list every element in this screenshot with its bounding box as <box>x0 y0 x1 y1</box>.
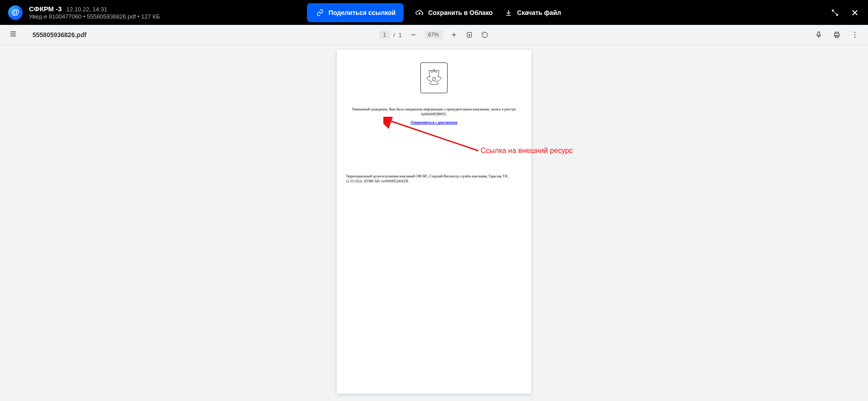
header-right <box>830 8 860 18</box>
svg-point-7 <box>431 71 433 72</box>
mail-logo-icon: @ <box>8 5 23 20</box>
close-icon[interactable] <box>850 8 860 18</box>
logo-glyph: @ <box>11 8 19 17</box>
svg-point-8 <box>435 71 437 72</box>
sender-and-date: СФКРМ -3 12.10.22, 14:31 <box>29 5 160 13</box>
document-external-link[interactable]: Ознакомиться с документом <box>346 120 522 124</box>
more-menu-icon[interactable] <box>851 31 859 39</box>
download-label: Скачать файл <box>517 9 561 16</box>
pdf-toolbar: 555805936826.pdf 1 / 1 67% <box>0 25 868 45</box>
document-canvas[interactable]: Уважаемый гражданин, Вам было направлена… <box>0 45 868 401</box>
page-current-input[interactable]: 1 <box>379 30 390 39</box>
print-icon[interactable] <box>833 31 841 39</box>
file-meta: Увед-е 8100477060 • 555805936826.pdf • 1… <box>29 13 160 20</box>
sent-datetime: 12.10.22, 14:31 <box>66 6 107 13</box>
sidebar-toggle-icon[interactable] <box>9 30 17 40</box>
share-link-button[interactable]: Поделиться ссылкой <box>307 3 404 22</box>
document-footer: Территориальный орган исполнения взыскан… <box>346 174 522 184</box>
zoom-in-button[interactable] <box>450 31 458 39</box>
zoom-out-button[interactable] <box>409 31 417 39</box>
toolbar-right <box>815 31 859 39</box>
link-icon <box>315 8 325 18</box>
svg-rect-1 <box>818 32 820 35</box>
open-file-name: 555805936826.pdf <box>33 31 86 38</box>
fit-page-button[interactable] <box>465 31 473 39</box>
share-link-label: Поделиться ссылкой <box>329 9 396 16</box>
svg-point-9 <box>434 71 435 72</box>
app-header: @ СФКРМ -3 12.10.22, 14:31 Увед-е 810047… <box>0 0 868 25</box>
title-block: СФКРМ -3 12.10.22, 14:31 Увед-е 81004770… <box>29 5 160 20</box>
zoom-level[interactable]: 67% <box>425 30 443 39</box>
page-total: 1 <box>399 32 402 38</box>
save-cloud-button[interactable]: Сохранить в Облако <box>415 8 493 18</box>
mic-download-icon[interactable] <box>815 31 823 39</box>
svg-point-6 <box>854 37 855 38</box>
pdf-page: Уважаемый гражданин, Вам было направлена… <box>337 50 531 394</box>
svg-point-5 <box>854 34 855 35</box>
download-icon <box>504 8 514 18</box>
coat-of-arms-icon <box>420 62 448 93</box>
rotate-button[interactable] <box>481 31 489 39</box>
sender-name: СФКРМ -3 <box>29 5 62 13</box>
document-paragraph: Уважаемый гражданин, Вам было направлена… <box>346 107 522 117</box>
page-indicator: 1 / 1 <box>379 30 402 39</box>
cloud-save-icon <box>415 8 425 18</box>
pdf-controls: 1 / 1 67% <box>379 30 489 39</box>
svg-point-4 <box>854 32 855 33</box>
header-actions: Поделиться ссылкой Сохранить в Облако Ск… <box>307 3 561 22</box>
page-separator: / <box>393 32 395 38</box>
download-button[interactable]: Скачать файл <box>504 8 561 18</box>
annotation-label: Ссылка на внешний ресурс <box>481 147 573 155</box>
fullscreen-icon[interactable] <box>830 8 840 18</box>
save-cloud-label: Сохранить в Облако <box>428 9 493 16</box>
